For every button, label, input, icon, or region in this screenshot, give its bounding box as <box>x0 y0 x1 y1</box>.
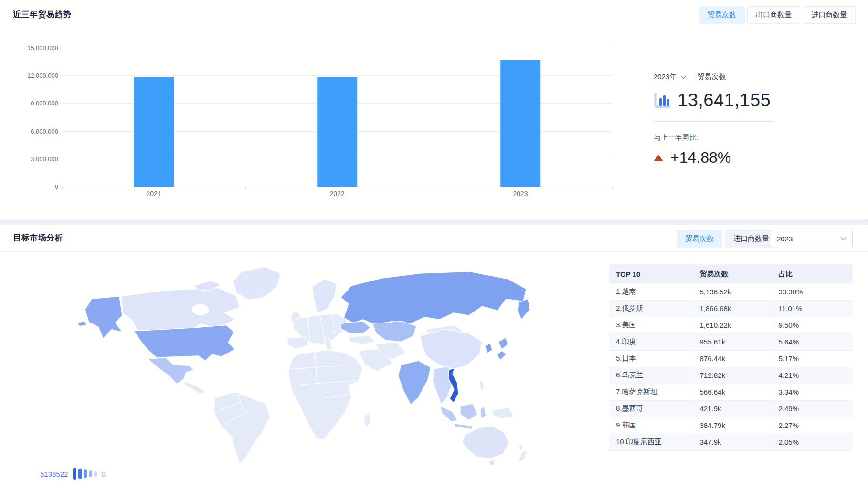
map-sulawesi[interactable] <box>480 406 486 418</box>
map-new-guinea[interactable] <box>492 408 514 418</box>
map-country-russia[interactable] <box>341 271 526 325</box>
stats-year-dropdown[interactable]: 2023年 <box>654 73 687 82</box>
header-divider <box>0 251 868 252</box>
map-scandinavia[interactable] <box>312 279 337 313</box>
map-madagascar[interactable] <box>364 413 371 427</box>
yoy-label: 与上一年同比: <box>654 133 776 142</box>
x-axis-tick <box>429 187 429 189</box>
map-philippines[interactable] <box>479 380 484 392</box>
table-row: 10.印度尼西亚347.9k2.05% <box>609 434 853 450</box>
arrow-up-icon <box>654 155 663 161</box>
table-cell: 6.乌克兰 <box>609 367 693 384</box>
table-cell: 8.墨西哥 <box>609 400 693 417</box>
table-row: 7.哈萨克斯坦566.64k3.34% <box>609 384 853 400</box>
table-cell: 5.17% <box>772 350 853 367</box>
table-cell: 5.64% <box>772 333 853 350</box>
year-select-value: 2023 <box>777 235 793 243</box>
map-africa[interactable] <box>288 350 363 439</box>
map-country-turkey[interactable] <box>349 335 375 344</box>
market-tab-1[interactable]: 进口商数量 <box>725 230 778 248</box>
map-country-mexico[interactable] <box>148 357 194 384</box>
map-legend: 5136522 0 <box>40 468 106 480</box>
y-axis-tick-label: 3,000,000 <box>14 155 58 162</box>
map-sumatra[interactable] <box>440 406 457 422</box>
hudson-bay <box>192 304 209 315</box>
table-cell: 712.82k <box>693 367 772 384</box>
table-cell: 1.越南 <box>609 283 693 300</box>
map-aleutians[interactable] <box>77 321 87 326</box>
table-cell: 7.哈萨克斯坦 <box>609 384 693 400</box>
map-country-kazakhstan[interactable] <box>372 321 416 342</box>
map-country-japan[interactable] <box>498 338 508 349</box>
trend-section: 近三年贸易趋势 贸易次数出口商数量进口商数量 15,000,00012,000,… <box>0 0 868 219</box>
legend-bar <box>73 468 76 480</box>
bar-2021[interactable] <box>134 77 174 187</box>
top10-table: TOP 10贸易次数占比 1.越南5,136.52k30.30%2.俄罗斯1,8… <box>609 264 853 451</box>
legend-min-value: 0 <box>101 470 105 478</box>
table-cell: 3.34% <box>772 384 853 400</box>
table-row: 2.俄罗斯1,866.68k11.01% <box>609 300 853 317</box>
trend-tab-1[interactable]: 出口商数量 <box>747 6 800 24</box>
table-cell: 4.21% <box>772 367 853 384</box>
gridline <box>62 187 612 187</box>
trade-count-value: 13,641,155 <box>677 90 771 111</box>
table-cell: 9.韩国 <box>609 417 693 434</box>
map-central-america[interactable] <box>184 381 205 394</box>
trend-tab-2[interactable]: 进口商数量 <box>803 6 856 24</box>
map-country-canada[interactable] <box>121 288 240 331</box>
legend-bar <box>89 470 92 477</box>
legend-bars <box>73 468 97 480</box>
map-country-japan-south[interactable] <box>497 351 507 360</box>
table-cell: 2.49% <box>772 400 853 417</box>
table-cell: 2.05% <box>772 434 853 450</box>
table-cell: 9.50% <box>772 317 853 333</box>
map-country-australia[interactable] <box>462 426 509 459</box>
trend-stats-panel: 2023年 贸易次数 13,641,155 与上一年同比: +14.88% <box>654 73 776 167</box>
x-axis-label-2022: 2022 <box>329 190 344 198</box>
legend-bar <box>84 469 87 478</box>
table-header-2: 占比 <box>772 264 853 283</box>
table-cell: 3.美国 <box>609 317 693 333</box>
table-row: 1.越南5,136.52k30.30% <box>609 283 853 300</box>
table-cell: 30.30% <box>772 283 853 300</box>
table-row: 4.印度955.61k5.64% <box>609 333 853 350</box>
map-country-usa[interactable] <box>134 325 235 361</box>
table-cell: 876.44k <box>693 350 772 367</box>
x-axis-tick <box>612 187 613 189</box>
table-header-row: TOP 10贸易次数占比 <box>609 264 853 283</box>
map-country-korea[interactable] <box>485 344 492 354</box>
map-country-ukraine[interactable] <box>341 321 370 333</box>
table-header-1: 贸易次数 <box>693 264 772 283</box>
table-cell: 4.印度 <box>609 333 693 350</box>
map-tasmania[interactable] <box>489 459 495 465</box>
stats-year-value: 2023年 <box>654 73 677 82</box>
map-country-china[interactable] <box>420 329 482 369</box>
y-axis-tick-label: 0 <box>14 183 58 190</box>
table-cell: 5.日本 <box>609 350 693 367</box>
stats-divider <box>654 121 774 122</box>
map-country-usa-alaska[interactable] <box>85 296 122 338</box>
table-cell: 1,610.22k <box>693 317 772 333</box>
table-cell: 2.27% <box>772 417 853 434</box>
bar-2023[interactable] <box>500 60 540 187</box>
trend-tab-0[interactable]: 贸易次数 <box>699 6 745 24</box>
map-south-america[interactable] <box>214 392 270 464</box>
map-borneo[interactable] <box>460 404 477 420</box>
table-row: 5.日本876.44k5.17% <box>609 350 853 367</box>
map-new-zealand[interactable] <box>518 444 527 462</box>
table-cell: 566.64k <box>693 384 772 400</box>
map-country-india[interactable] <box>398 361 431 405</box>
bar-chart-icon <box>654 93 671 109</box>
y-axis-tick-label: 12,000,000 <box>14 72 58 79</box>
map-country-greenland[interactable] <box>233 267 281 300</box>
bar-2022[interactable] <box>317 77 357 187</box>
market-metric-tabs: 贸易次数进口商数量 <box>677 230 778 248</box>
market-tab-0[interactable]: 贸易次数 <box>677 230 722 248</box>
map-java[interactable] <box>454 423 473 429</box>
map-kamchatka[interactable] <box>518 299 530 319</box>
map-country-spain[interactable] <box>287 337 308 349</box>
plot-area: 202120222023 <box>62 48 612 187</box>
table-cell: 1,866.68k <box>693 300 772 317</box>
year-select[interactable]: 2023 <box>771 230 853 247</box>
world-choropleth-map <box>75 261 553 467</box>
